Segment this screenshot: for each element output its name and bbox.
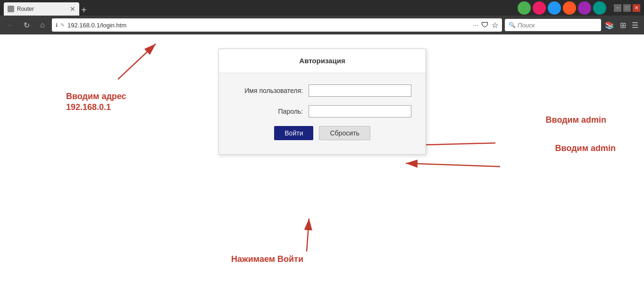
- taskbar-icons: [518, 1, 606, 15]
- annotation-address: Вводим адрес 192.168.0.1: [66, 91, 126, 113]
- username-label: Имя пользователя:: [233, 87, 309, 94]
- maximize-button[interactable]: □: [623, 4, 631, 12]
- taskbar-icon-1: [518, 1, 531, 15]
- tab-close-button[interactable]: ✕: [70, 6, 75, 12]
- dialog-title: Авторизация: [299, 57, 345, 65]
- page-content: Вводим адрес 192.168.0.1 Вводим admin: [0, 34, 644, 294]
- minimize-button[interactable]: ─: [614, 4, 621, 12]
- new-tab-button[interactable]: +: [81, 5, 87, 16]
- edit-icon: ✎: [60, 22, 65, 28]
- username-input[interactable]: [309, 84, 411, 97]
- taskbar-icon-3: [548, 1, 561, 15]
- reload-button[interactable]: ↻: [20, 18, 33, 32]
- menu-button[interactable]: ☰: [630, 19, 640, 32]
- tab-favicon: [8, 6, 14, 12]
- password-label: Пароль:: [233, 108, 309, 115]
- taskbar-icon-5: [578, 1, 591, 15]
- browser-navbar: ← ↻ ⌂ ℹ ✎ ··· 🛡 ☆ 🔍 📚 ⊞ ☰: [0, 16, 644, 34]
- reset-button[interactable]: Сбросить: [319, 126, 370, 140]
- library-button[interactable]: 📚: [603, 19, 616, 32]
- search-icon: 🔍: [509, 22, 516, 28]
- taskbar-icon-2: [533, 1, 546, 15]
- username-row: Имя пользователя:: [233, 84, 411, 97]
- home-button[interactable]: ⌂: [36, 18, 49, 32]
- svg-line-7: [307, 218, 309, 252]
- back-button[interactable]: ←: [4, 18, 17, 32]
- tab-title: Router: [17, 6, 67, 12]
- taskbar-icon-4: [563, 1, 576, 15]
- sidebar-toggle-button[interactable]: ⊞: [618, 19, 628, 32]
- annotation-password: Вводим admin: [555, 143, 616, 154]
- address-input[interactable]: [67, 22, 470, 29]
- browser-tab[interactable]: Router ✕: [4, 2, 79, 16]
- dialog-body: Имя пользователя: Пароль: Войти Сбросить: [219, 73, 426, 154]
- password-row: Пароль:: [233, 105, 411, 118]
- close-window-button[interactable]: ✕: [633, 4, 640, 12]
- address-menu-button[interactable]: ···: [473, 21, 478, 29]
- search-box[interactable]: 🔍: [505, 19, 601, 31]
- lock-icon: ℹ: [56, 22, 58, 28]
- page-inner: Вводим адрес 192.168.0.1 Вводим admin: [0, 34, 644, 294]
- arrow-address: [0, 34, 189, 129]
- password-input[interactable]: [309, 105, 411, 118]
- annotation-submit: Нажимаем Войти: [231, 254, 303, 265]
- login-button[interactable]: Войти: [274, 126, 313, 140]
- annotation-username: Вводим admin: [546, 115, 606, 126]
- dialog-header: Авторизация: [219, 49, 426, 73]
- shield-icon: 🛡: [481, 21, 489, 29]
- browser-titlebar: Router ✕ + ─ □ ✕: [0, 0, 644, 16]
- svg-line-5: [406, 163, 500, 167]
- search-input[interactable]: [518, 22, 597, 29]
- nav-extras: 🔍 📚 ⊞ ☰: [505, 19, 640, 32]
- tab-area: Router ✕ +: [4, 0, 510, 16]
- taskbar-icon-6: [593, 1, 606, 15]
- window-controls: ─ □ ✕: [614, 4, 640, 12]
- login-dialog: Авторизация Имя пользователя: Пароль: Во…: [218, 49, 426, 155]
- svg-line-1: [118, 44, 156, 79]
- address-bar[interactable]: ℹ ✎ ··· 🛡 ☆: [52, 18, 502, 32]
- star-icon: ☆: [492, 21, 498, 30]
- button-row: Войти Сбросить: [233, 126, 411, 140]
